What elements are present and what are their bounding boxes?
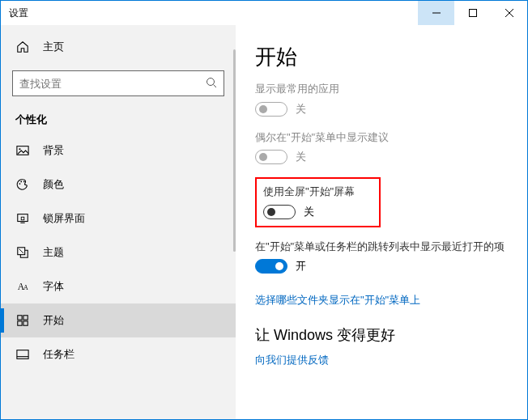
sidebar-item-label: 任务栏 xyxy=(43,347,75,362)
search-input[interactable] xyxy=(19,78,206,90)
window-title: 设置 xyxy=(1,6,418,20)
close-button[interactable] xyxy=(491,1,527,25)
toggle-row: 关 xyxy=(255,150,508,164)
search-box[interactable] xyxy=(12,70,224,96)
titlebar: 设置 xyxy=(1,1,527,25)
sidebar-item-label: 主题 xyxy=(43,245,64,260)
content-pane: 开始 显示最常用的应用 关 偶尔在"开始"菜单中显示建议 关 使用全屏"开始"屏… xyxy=(236,25,527,419)
svg-line-5 xyxy=(214,84,217,87)
theme-icon xyxy=(15,245,30,260)
font-icon: AA xyxy=(15,279,30,294)
svg-rect-1 xyxy=(469,10,476,17)
setting-suggestions: 偶尔在"开始"菜单中显示建议 关 xyxy=(255,129,508,165)
toggle-most-used-apps[interactable] xyxy=(255,102,287,117)
window-controls xyxy=(418,1,527,25)
sidebar-item-start[interactable]: 开始 xyxy=(1,303,236,337)
toggle-suggestions[interactable] xyxy=(255,150,287,164)
link-feedback[interactable]: 向我们提供反馈 xyxy=(255,353,329,367)
subheading-feedback: 让 Windows 变得更好 xyxy=(255,325,508,345)
toggle-fullscreen-start[interactable] xyxy=(263,205,296,219)
svg-rect-18 xyxy=(23,316,28,320)
toggle-state: 关 xyxy=(296,150,306,164)
start-icon xyxy=(15,313,30,328)
section-header: 个性化 xyxy=(1,101,236,134)
palette-icon xyxy=(15,177,30,192)
sidebar-item-label: 颜色 xyxy=(43,177,64,192)
sidebar-item-label: 锁屏界面 xyxy=(43,211,85,226)
sidebar-item-background[interactable]: 背景 xyxy=(1,134,236,168)
toggle-state: 关 xyxy=(304,205,314,219)
annotation-highlight-box: 使用全屏"开始"屏幕 关 xyxy=(255,177,381,227)
sidebar-item-lockscreen[interactable]: 锁屏界面 xyxy=(1,202,236,235)
sidebar-item-colors[interactable]: 颜色 xyxy=(1,168,236,202)
svg-point-4 xyxy=(207,78,215,85)
setting-most-used-apps: 显示最常用的应用 关 xyxy=(255,81,508,117)
sidebar-item-label: 字体 xyxy=(43,279,64,294)
svg-rect-17 xyxy=(18,316,22,320)
setting-jumplist: 在"开始"菜单或任务栏的跳转列表中显示最近打开的项 开 xyxy=(255,239,508,274)
minimize-button[interactable] xyxy=(418,1,454,25)
sidebar: 主页 个性化 背景 xyxy=(1,25,236,419)
sidebar-item-themes[interactable]: 主题 xyxy=(1,235,236,269)
page-title: 开始 xyxy=(255,43,508,71)
link-folders-on-start[interactable]: 选择哪些文件夹显示在"开始"菜单上 xyxy=(255,293,420,308)
sidebar-item-label: 背景 xyxy=(43,143,64,158)
sidebar-item-label: 开始 xyxy=(43,313,64,328)
home-link[interactable]: 主页 xyxy=(1,32,236,62)
window-body: 主页 个性化 背景 xyxy=(1,25,527,419)
sidebar-item-taskbar[interactable]: 任务栏 xyxy=(1,337,236,371)
settings-window: 设置 主页 xyxy=(0,0,528,420)
setting-label: 显示最常用的应用 xyxy=(255,81,508,97)
toggle-row: 开 xyxy=(255,259,508,274)
taskbar-icon xyxy=(15,347,30,362)
image-icon xyxy=(15,143,30,158)
home-icon xyxy=(15,40,30,54)
svg-text:A: A xyxy=(23,284,28,291)
search-wrap xyxy=(12,70,224,96)
search-icon xyxy=(206,77,217,91)
setting-label: 在"开始"菜单或任务栏的跳转列表中显示最近打开的项 xyxy=(255,239,508,255)
svg-rect-21 xyxy=(17,350,28,359)
svg-point-9 xyxy=(20,181,22,183)
svg-point-8 xyxy=(19,183,21,185)
toggle-state: 关 xyxy=(296,102,306,117)
toggle-jumplist[interactable] xyxy=(255,259,287,274)
svg-rect-13 xyxy=(21,217,24,220)
svg-point-10 xyxy=(23,181,25,183)
sidebar-item-fonts[interactable]: AA 字体 xyxy=(1,269,236,303)
svg-rect-19 xyxy=(18,321,22,325)
home-label: 主页 xyxy=(43,40,64,54)
toggle-row: 关 xyxy=(255,102,508,117)
setting-label: 使用全屏"开始"屏幕 xyxy=(263,184,373,200)
svg-rect-20 xyxy=(23,321,28,325)
toggle-row: 关 xyxy=(263,205,373,219)
toggle-state: 开 xyxy=(296,259,306,274)
svg-point-7 xyxy=(19,148,20,150)
lockscreen-icon xyxy=(15,211,30,226)
setting-label: 偶尔在"开始"菜单中显示建议 xyxy=(255,129,508,146)
maximize-button[interactable] xyxy=(454,1,491,25)
